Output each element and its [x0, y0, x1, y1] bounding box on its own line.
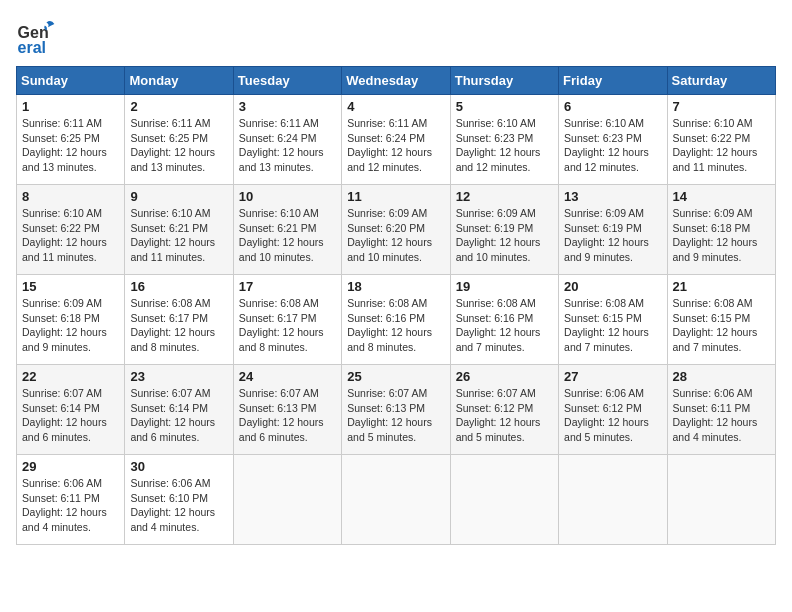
sunrise: Sunrise: 6:09 AM [456, 207, 536, 219]
day-number: 29 [22, 459, 119, 474]
day-number: 28 [673, 369, 770, 384]
daylight: Daylight: 12 hours and 4 minutes. [22, 506, 107, 533]
daylight: Daylight: 12 hours and 11 minutes. [130, 236, 215, 263]
sunset: Sunset: 6:23 PM [456, 132, 534, 144]
calendar-week-5: 29 Sunrise: 6:06 AM Sunset: 6:11 PM Dayl… [17, 455, 776, 545]
day-info: Sunrise: 6:09 AM Sunset: 6:20 PM Dayligh… [347, 206, 444, 265]
day-number: 13 [564, 189, 661, 204]
sunrise: Sunrise: 6:10 AM [564, 117, 644, 129]
day-info: Sunrise: 6:07 AM Sunset: 6:13 PM Dayligh… [347, 386, 444, 445]
calendar-cell: 17 Sunrise: 6:08 AM Sunset: 6:17 PM Dayl… [233, 275, 341, 365]
day-number: 12 [456, 189, 553, 204]
sunrise: Sunrise: 6:10 AM [239, 207, 319, 219]
day-number: 3 [239, 99, 336, 114]
daylight: Daylight: 12 hours and 6 minutes. [22, 416, 107, 443]
day-info: Sunrise: 6:10 AM Sunset: 6:21 PM Dayligh… [239, 206, 336, 265]
sunrise: Sunrise: 6:10 AM [130, 207, 210, 219]
calendar-cell: 18 Sunrise: 6:08 AM Sunset: 6:16 PM Dayl… [342, 275, 450, 365]
day-number: 25 [347, 369, 444, 384]
sunset: Sunset: 6:24 PM [239, 132, 317, 144]
daylight: Daylight: 12 hours and 5 minutes. [564, 416, 649, 443]
day-info: Sunrise: 6:08 AM Sunset: 6:15 PM Dayligh… [564, 296, 661, 355]
col-friday: Friday [559, 67, 667, 95]
sunrise: Sunrise: 6:11 AM [22, 117, 102, 129]
calendar-cell: 11 Sunrise: 6:09 AM Sunset: 6:20 PM Dayl… [342, 185, 450, 275]
calendar-cell: 25 Sunrise: 6:07 AM Sunset: 6:13 PM Dayl… [342, 365, 450, 455]
calendar-cell: 3 Sunrise: 6:11 AM Sunset: 6:24 PM Dayli… [233, 95, 341, 185]
day-number: 16 [130, 279, 227, 294]
daylight: Daylight: 12 hours and 13 minutes. [130, 146, 215, 173]
daylight: Daylight: 12 hours and 11 minutes. [673, 146, 758, 173]
day-info: Sunrise: 6:11 AM Sunset: 6:24 PM Dayligh… [239, 116, 336, 175]
col-sunday: Sunday [17, 67, 125, 95]
day-info: Sunrise: 6:11 AM Sunset: 6:25 PM Dayligh… [22, 116, 119, 175]
sunrise: Sunrise: 6:11 AM [130, 117, 210, 129]
col-saturday: Saturday [667, 67, 775, 95]
day-info: Sunrise: 6:07 AM Sunset: 6:13 PM Dayligh… [239, 386, 336, 445]
daylight: Daylight: 12 hours and 12 minutes. [456, 146, 541, 173]
sunset: Sunset: 6:15 PM [564, 312, 642, 324]
logo: Gen eral [16, 16, 60, 56]
day-number: 5 [456, 99, 553, 114]
calendar-cell: 16 Sunrise: 6:08 AM Sunset: 6:17 PM Dayl… [125, 275, 233, 365]
daylight: Daylight: 12 hours and 13 minutes. [22, 146, 107, 173]
day-number: 10 [239, 189, 336, 204]
daylight: Daylight: 12 hours and 12 minutes. [564, 146, 649, 173]
day-info: Sunrise: 6:09 AM Sunset: 6:18 PM Dayligh… [673, 206, 770, 265]
sunset: Sunset: 6:25 PM [130, 132, 208, 144]
sunrise: Sunrise: 6:08 AM [456, 297, 536, 309]
sunset: Sunset: 6:25 PM [22, 132, 100, 144]
sunset: Sunset: 6:19 PM [564, 222, 642, 234]
col-tuesday: Tuesday [233, 67, 341, 95]
calendar-cell: 12 Sunrise: 6:09 AM Sunset: 6:19 PM Dayl… [450, 185, 558, 275]
logo-icon: Gen eral [16, 16, 56, 56]
sunrise: Sunrise: 6:08 AM [239, 297, 319, 309]
calendar-cell: 5 Sunrise: 6:10 AM Sunset: 6:23 PM Dayli… [450, 95, 558, 185]
day-number: 23 [130, 369, 227, 384]
daylight: Daylight: 12 hours and 7 minutes. [564, 326, 649, 353]
day-info: Sunrise: 6:06 AM Sunset: 6:11 PM Dayligh… [673, 386, 770, 445]
calendar-table: Sunday Monday Tuesday Wednesday Thursday… [16, 66, 776, 545]
sunset: Sunset: 6:13 PM [347, 402, 425, 414]
daylight: Daylight: 12 hours and 6 minutes. [239, 416, 324, 443]
sunrise: Sunrise: 6:07 AM [22, 387, 102, 399]
day-info: Sunrise: 6:11 AM Sunset: 6:25 PM Dayligh… [130, 116, 227, 175]
daylight: Daylight: 12 hours and 8 minutes. [347, 326, 432, 353]
day-number: 6 [564, 99, 661, 114]
calendar-cell: 29 Sunrise: 6:06 AM Sunset: 6:11 PM Dayl… [17, 455, 125, 545]
day-number: 27 [564, 369, 661, 384]
sunrise: Sunrise: 6:06 AM [564, 387, 644, 399]
sunrise: Sunrise: 6:07 AM [456, 387, 536, 399]
calendar-cell: 6 Sunrise: 6:10 AM Sunset: 6:23 PM Dayli… [559, 95, 667, 185]
svg-text:eral: eral [18, 39, 46, 56]
sunrise: Sunrise: 6:08 AM [347, 297, 427, 309]
daylight: Daylight: 12 hours and 4 minutes. [130, 506, 215, 533]
day-info: Sunrise: 6:08 AM Sunset: 6:15 PM Dayligh… [673, 296, 770, 355]
day-info: Sunrise: 6:07 AM Sunset: 6:14 PM Dayligh… [130, 386, 227, 445]
calendar-cell [450, 455, 558, 545]
sunset: Sunset: 6:21 PM [239, 222, 317, 234]
sunrise: Sunrise: 6:10 AM [22, 207, 102, 219]
calendar-cell: 2 Sunrise: 6:11 AM Sunset: 6:25 PM Dayli… [125, 95, 233, 185]
calendar-body: 1 Sunrise: 6:11 AM Sunset: 6:25 PM Dayli… [17, 95, 776, 545]
day-info: Sunrise: 6:10 AM Sunset: 6:22 PM Dayligh… [673, 116, 770, 175]
sunrise: Sunrise: 6:07 AM [347, 387, 427, 399]
sunset: Sunset: 6:16 PM [347, 312, 425, 324]
page-header: Gen eral [16, 16, 776, 56]
daylight: Daylight: 12 hours and 6 minutes. [130, 416, 215, 443]
daylight: Daylight: 12 hours and 4 minutes. [673, 416, 758, 443]
sunset: Sunset: 6:10 PM [130, 492, 208, 504]
day-number: 21 [673, 279, 770, 294]
day-number: 17 [239, 279, 336, 294]
calendar-cell [559, 455, 667, 545]
sunrise: Sunrise: 6:10 AM [456, 117, 536, 129]
sunrise: Sunrise: 6:06 AM [673, 387, 753, 399]
daylight: Daylight: 12 hours and 12 minutes. [347, 146, 432, 173]
sunset: Sunset: 6:21 PM [130, 222, 208, 234]
sunset: Sunset: 6:15 PM [673, 312, 751, 324]
calendar-cell: 10 Sunrise: 6:10 AM Sunset: 6:21 PM Dayl… [233, 185, 341, 275]
daylight: Daylight: 12 hours and 10 minutes. [347, 236, 432, 263]
sunrise: Sunrise: 6:06 AM [130, 477, 210, 489]
day-info: Sunrise: 6:09 AM Sunset: 6:19 PM Dayligh… [456, 206, 553, 265]
daylight: Daylight: 12 hours and 7 minutes. [456, 326, 541, 353]
